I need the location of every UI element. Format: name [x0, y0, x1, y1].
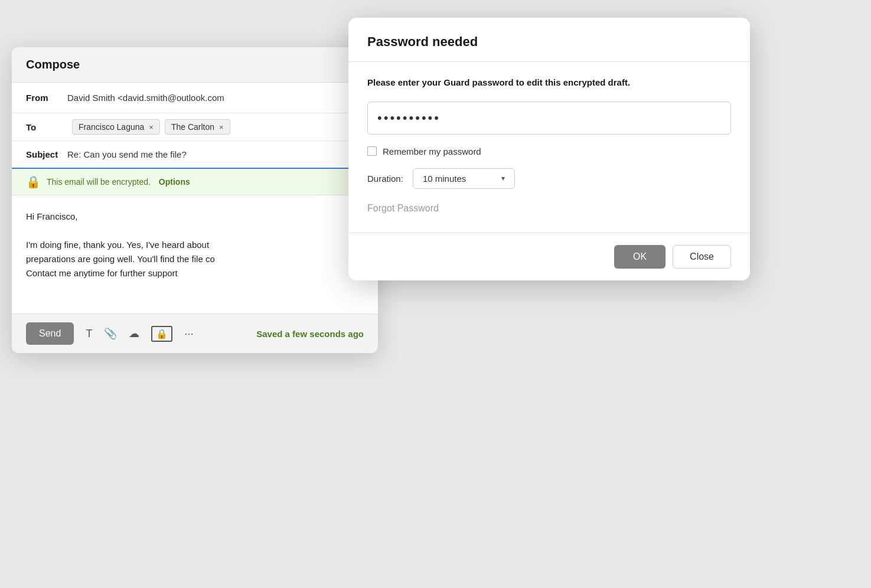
recipient-name-francisco: Francisco Laguna — [79, 122, 144, 132]
body-line2: I'm doing fine, thank you. Yes, I've hea… — [26, 238, 364, 252]
duration-row: Duration: 10 minutes ▾ — [367, 168, 731, 189]
from-value: David Smith <david.smith@outlook.com — [67, 93, 224, 103]
body-line3: preparations are going well. You'll find… — [26, 252, 364, 266]
encrypt-options-button[interactable]: Options — [159, 177, 190, 187]
duration-label: Duration: — [367, 174, 403, 184]
recipient-tag-francisco[interactable]: Francisco Laguna × — [72, 119, 160, 135]
to-label: To — [26, 122, 67, 132]
encrypt-banner: 🔒 This email will be encrypted. Options — [12, 169, 378, 195]
from-label: From — [26, 93, 67, 103]
remove-carlton-button[interactable]: × — [219, 123, 224, 132]
remember-label: Remember my password — [383, 146, 481, 156]
recipient-name-carlton: The Carlton — [171, 122, 214, 132]
subject-value: Re: Can you send me the file? — [67, 149, 187, 159]
from-field: From David Smith <david.smith@outlook.co… — [12, 83, 378, 113]
attachment-icon[interactable]: 📎 — [104, 327, 117, 340]
recipient-tag-carlton[interactable]: The Carlton × — [165, 119, 230, 135]
text-format-icon[interactable]: T — [86, 328, 92, 340]
compose-header: Compose — [12, 47, 378, 83]
dialog-title: Password needed — [367, 34, 731, 50]
duration-value: 10 minutes — [423, 174, 466, 184]
cloud-icon[interactable]: ☁ — [129, 327, 139, 340]
send-button[interactable]: Send — [26, 322, 74, 345]
body-line4: Contact me anytime for further support — [26, 266, 364, 280]
subject-label: Subject — [26, 149, 67, 159]
password-dialog: Password needed Please enter your Guard … — [348, 18, 750, 280]
dialog-body: Please enter your Guard password to edit… — [348, 62, 750, 233]
subject-field: Subject Re: Can you send me the file? — [12, 141, 378, 169]
compose-title: Compose — [26, 58, 80, 71]
remove-francisco-button[interactable]: × — [149, 123, 154, 132]
compose-window: Compose From David Smith <david.smith@ou… — [12, 47, 378, 353]
ok-button[interactable]: OK — [614, 245, 666, 269]
lock-green-icon: 🔒 — [26, 175, 41, 189]
lock-toolbar-icon[interactable]: 🔒 — [151, 326, 172, 342]
duration-select[interactable]: 10 minutes ▾ — [413, 168, 515, 189]
dialog-footer: OK Close — [348, 233, 750, 280]
compose-toolbar: Send T 📎 ☁ 🔒 ··· Saved a few seconds ago — [12, 313, 378, 353]
saved-status: Saved a few seconds ago — [256, 329, 364, 339]
dialog-description: Please enter your Guard password to edit… — [367, 76, 731, 90]
password-input[interactable] — [367, 102, 731, 135]
chevron-down-icon: ▾ — [501, 174, 505, 182]
more-icon[interactable]: ··· — [184, 328, 193, 340]
forgot-password-link[interactable]: Forgot Password — [367, 203, 731, 214]
close-button[interactable]: Close — [673, 245, 731, 269]
dialog-header: Password needed — [348, 18, 750, 62]
remember-row: Remember my password — [367, 146, 731, 156]
encrypt-text: This email will be encrypted. — [47, 177, 151, 187]
compose-body[interactable]: Hi Francisco, I'm doing fine, thank you.… — [12, 195, 378, 313]
remember-checkbox[interactable] — [367, 146, 377, 156]
to-field: To Francisco Laguna × The Carlton × — [12, 113, 378, 141]
body-line1: Hi Francisco, — [26, 210, 364, 224]
